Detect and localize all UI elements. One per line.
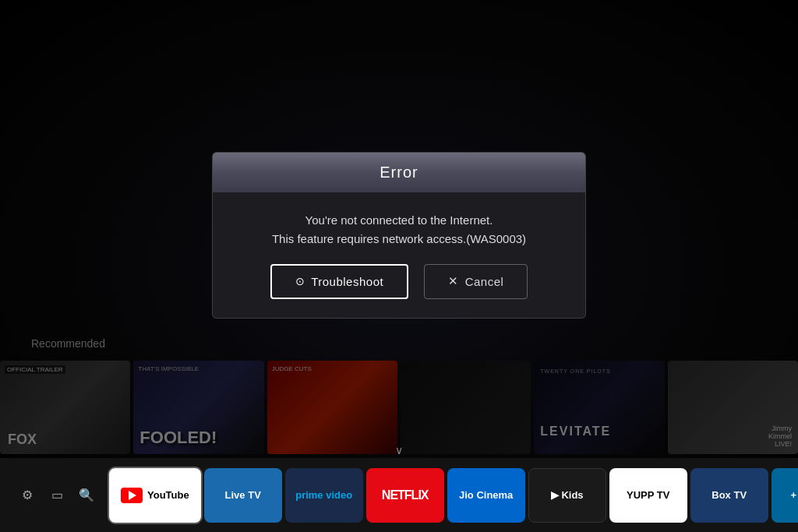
dialog-message-line2: This feature requires network access.(WA… — [236, 230, 562, 248]
dialog-title: Error — [380, 164, 418, 181]
dialog-backdrop: Error You're not connected to the Intern… — [0, 0, 798, 532]
dialog-header: Error — [213, 153, 585, 192]
cancel-button[interactable]: ✕ Cancel — [424, 264, 528, 299]
troubleshoot-button[interactable]: ⊙ Troubleshoot — [270, 264, 409, 299]
dialog-message: You're not connected to the Internet. Th… — [236, 211, 562, 248]
dialog-buttons: ⊙ Troubleshoot ✕ Cancel — [213, 264, 585, 318]
error-dialog: Error You're not connected to the Intern… — [212, 152, 586, 319]
tv-screen: Recommended ∨ ⚙ ▭ 🔍 YouTube — [0, 0, 798, 532]
cancel-x-icon: ✕ — [448, 274, 459, 288]
wifi-icon: ⊙ — [295, 275, 305, 287]
dialog-message-line1: You're not connected to the Internet. — [236, 211, 562, 230]
troubleshoot-label: Troubleshoot — [311, 275, 383, 288]
dialog-body: You're not connected to the Internet. Th… — [213, 192, 585, 264]
cancel-label: Cancel — [465, 275, 504, 288]
